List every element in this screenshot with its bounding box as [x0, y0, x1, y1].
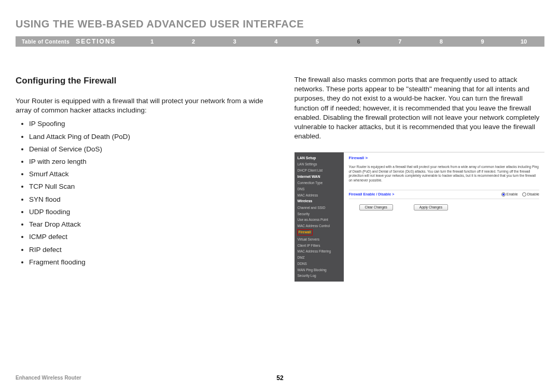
- intro-paragraph: Your Router is equipped with a firewall …: [16, 96, 266, 115]
- list-item: RIP defect: [29, 245, 266, 255]
- radio-dot-icon: [501, 192, 506, 197]
- list-item: TCP Null Scan: [29, 182, 266, 191]
- embedded-screenshot: LAN SetupLAN SettingsDHCP Client ListInt…: [295, 152, 545, 282]
- ui-control-row: Firewall Enable / Disable > Enable Disab…: [349, 190, 540, 199]
- section-link-8[interactable]: 8: [421, 38, 462, 45]
- list-item: IP Spoofing: [29, 119, 266, 129]
- sidebar-item[interactable]: MAC Address Control: [295, 223, 344, 229]
- sidebar-item[interactable]: MAC Address: [295, 192, 344, 199]
- ui-description: Your Router is equipped with a firewall …: [349, 165, 540, 183]
- list-item: IP with zero length: [29, 157, 266, 166]
- sections-nav: Table of Contents SECTIONS 12345678910: [16, 36, 544, 47]
- sidebar-heading: LAN Setup: [295, 155, 344, 162]
- list-item: Land Attack Ping of Death (PoD): [29, 132, 266, 142]
- right-paragraph: The firewall also masks common ports tha…: [295, 75, 545, 142]
- list-item: Fragment flooding: [29, 258, 266, 267]
- sidebar-item-firewall[interactable]: Firewall: [297, 229, 313, 235]
- section-link-1[interactable]: 1: [132, 38, 173, 45]
- sections-label: SECTIONS: [76, 38, 131, 45]
- sidebar-item[interactable]: Use as Access Point: [295, 217, 344, 223]
- sidebar-item[interactable]: DNS: [295, 186, 344, 192]
- apply-changes-button[interactable]: Apply Changes: [414, 204, 448, 211]
- ui-sidebar: LAN SetupLAN SettingsDHCP Client ListInt…: [295, 152, 344, 282]
- list-item: SYN flood: [29, 195, 266, 204]
- list-item: Denial of Service (DoS): [29, 145, 266, 154]
- section-link-6[interactable]: 6: [338, 38, 380, 45]
- sidebar-item[interactable]: DHCP Client List: [295, 167, 344, 174]
- ui-control-label: Firewall Enable / Disable >: [349, 192, 395, 197]
- sidebar-heading: Internet WAN: [295, 174, 344, 180]
- clear-changes-button[interactable]: Clear Changes: [359, 204, 393, 211]
- list-item: ICMP defect: [29, 232, 266, 242]
- section-title: Configuring the Firewall: [16, 75, 266, 87]
- section-link-2[interactable]: 2: [173, 38, 214, 45]
- page-header-title: USING THE WEB-BASED ADVANCED USER INTERF…: [16, 18, 544, 30]
- list-item: Tear Drop Attack: [29, 220, 266, 229]
- right-column: The firewall also masks common ports tha…: [295, 75, 545, 282]
- sidebar-item[interactable]: Channel and SSID: [295, 205, 344, 211]
- sidebar-item[interactable]: Client IP Filters: [295, 243, 344, 249]
- page-number: 52: [276, 374, 283, 382]
- sidebar-item[interactable]: DMZ: [295, 255, 344, 261]
- toc-link[interactable]: Table of Contents: [16, 39, 76, 45]
- sidebar-item[interactable]: Security: [295, 211, 344, 217]
- section-link-9[interactable]: 9: [462, 38, 503, 45]
- section-link-5[interactable]: 5: [297, 38, 338, 45]
- section-link-3[interactable]: 3: [214, 38, 256, 45]
- list-item: UDP flooding: [29, 207, 266, 217]
- ui-main-panel: Firewall > Your Router is equipped with …: [344, 152, 545, 282]
- radio-dot-icon: [522, 192, 526, 197]
- radio-disable-label: Disable: [527, 192, 539, 197]
- sidebar-item[interactable]: Security Log: [295, 273, 344, 279]
- radio-enable[interactable]: Enable: [501, 192, 518, 197]
- left-column: Configuring the Firewall Your Router is …: [16, 75, 266, 282]
- sidebar-item[interactable]: Connection Type: [295, 180, 344, 186]
- section-link-4[interactable]: 4: [255, 38, 297, 45]
- section-link-7[interactable]: 7: [379, 38, 421, 45]
- sidebar-heading: Wireless: [295, 198, 344, 205]
- attack-list: IP SpoofingLand Attack Ping of Death (Po…: [19, 119, 266, 267]
- sidebar-item[interactable]: WAN Ping Blocking: [295, 267, 344, 273]
- ui-breadcrumb-title[interactable]: Firewall >: [349, 156, 540, 161]
- radio-disable[interactable]: Disable: [522, 192, 539, 197]
- list-item: Smurf Attack: [29, 170, 266, 179]
- sidebar-item[interactable]: Virtual Servers: [295, 236, 344, 243]
- sidebar-item[interactable]: LAN Settings: [295, 161, 344, 167]
- section-link-10[interactable]: 10: [503, 38, 544, 45]
- sidebar-item[interactable]: DDNS: [295, 261, 344, 267]
- sidebar-item[interactable]: MAC Address Filtering: [295, 248, 344, 255]
- radio-enable-label: Enable: [507, 192, 518, 197]
